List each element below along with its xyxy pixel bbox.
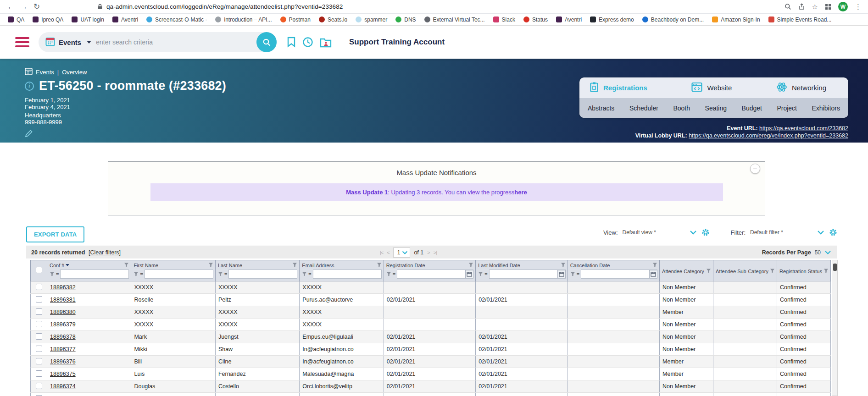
bookmark-item[interactable]: Amazon Sign-In bbox=[708, 16, 764, 24]
row-checkbox[interactable] bbox=[36, 358, 42, 364]
column-label-text[interactable]: Cancellation Date bbox=[570, 263, 610, 268]
chevron-down-icon[interactable] bbox=[824, 250, 831, 255]
reload-icon[interactable]: ↻ bbox=[30, 2, 43, 11]
column-label-text[interactable]: Attendee Category bbox=[662, 269, 704, 274]
column-label-text[interactable]: Email Address bbox=[302, 263, 334, 268]
filter-gear-icon[interactable] bbox=[829, 228, 837, 236]
extensions-icon[interactable] bbox=[825, 4, 831, 10]
column-label-text[interactable]: Attendee Sub-Category bbox=[716, 269, 768, 274]
page-select[interactable]: 1 bbox=[393, 248, 411, 258]
filter-input[interactable] bbox=[60, 270, 129, 279]
funnel-icon[interactable] bbox=[292, 262, 297, 268]
bookmark-star-icon[interactable]: ☆ bbox=[812, 3, 818, 11]
grid-scrollbar[interactable] bbox=[832, 260, 838, 396]
bookmark-item[interactable]: Ipreo QA bbox=[28, 16, 67, 24]
funnel-icon[interactable] bbox=[823, 268, 829, 274]
bookmark-item[interactable]: Express demo bbox=[586, 16, 638, 24]
filter-input[interactable] bbox=[145, 270, 213, 279]
scrollbar-thumb[interactable] bbox=[833, 264, 837, 271]
funnel-icon[interactable] bbox=[208, 262, 213, 268]
bookmark-item[interactable]: Beachbody on Dem... bbox=[638, 16, 708, 24]
funnel-icon[interactable] bbox=[770, 268, 775, 274]
funnel-icon[interactable] bbox=[302, 270, 307, 278]
lobby-url-link[interactable]: https://qa.eventscloud.com/ereg/ve/index… bbox=[689, 132, 848, 139]
confirmation-link[interactable]: 18896380 bbox=[50, 309, 76, 315]
breadcrumb-overview[interactable]: Overview bbox=[62, 69, 87, 76]
confirmation-link[interactable]: 18896377 bbox=[50, 346, 76, 352]
column-label-text[interactable]: Last Name bbox=[218, 263, 242, 268]
tab-website[interactable]: Website bbox=[691, 82, 732, 94]
export-data-button[interactable]: EXPORT DATA bbox=[26, 226, 84, 242]
tab-registrations[interactable]: Registrations bbox=[590, 82, 647, 94]
confirmation-link[interactable]: 18896375 bbox=[50, 371, 76, 377]
funnel-icon[interactable] bbox=[134, 270, 139, 278]
bookmark-item[interactable]: External Virtual Tec... bbox=[420, 16, 489, 24]
breadcrumb-events[interactable]: Events bbox=[36, 69, 54, 76]
share-icon[interactable] bbox=[798, 3, 805, 10]
bookmark-item[interactable]: Screencast-O-Matic - bbox=[142, 16, 211, 24]
row-checkbox[interactable] bbox=[36, 383, 42, 389]
funnel-icon[interactable] bbox=[706, 268, 711, 274]
filter-operator[interactable]: = bbox=[577, 271, 579, 277]
funnel-icon[interactable] bbox=[478, 270, 483, 278]
tab-seating[interactable]: Seating bbox=[705, 104, 727, 112]
row-checkbox[interactable] bbox=[36, 321, 42, 327]
bookmark-icon[interactable] bbox=[287, 37, 296, 48]
column-label-text[interactable]: Conf # bbox=[50, 263, 64, 268]
filter-input[interactable] bbox=[313, 270, 382, 279]
next-page-icon[interactable]: > bbox=[427, 250, 429, 255]
filter-operator[interactable]: = bbox=[56, 271, 59, 277]
search-button[interactable] bbox=[256, 32, 277, 52]
url-text[interactable]: qa-admin.eventscloud.com/loggedin/eReg/m… bbox=[106, 3, 343, 10]
filter-operator[interactable]: = bbox=[308, 271, 311, 277]
view-select[interactable]: Default view * bbox=[623, 229, 697, 236]
confirmation-link[interactable]: 18896376 bbox=[50, 358, 76, 365]
tab-abstracts[interactable]: Abstracts bbox=[588, 104, 614, 112]
row-checkbox[interactable] bbox=[36, 370, 42, 377]
funnel-icon[interactable] bbox=[468, 262, 473, 268]
sort-desc-icon[interactable] bbox=[66, 264, 69, 266]
view-gear-icon[interactable] bbox=[701, 228, 710, 236]
funnel-icon[interactable] bbox=[124, 262, 129, 268]
tab-networking[interactable]: Networking bbox=[776, 82, 826, 94]
bookmark-item[interactable]: spammer bbox=[351, 16, 391, 24]
funnel-icon[interactable] bbox=[377, 262, 382, 268]
tab-scheduler[interactable]: Scheduler bbox=[629, 104, 658, 112]
filter-operator[interactable]: = bbox=[484, 271, 487, 277]
confirmation-link[interactable]: 18896378 bbox=[50, 334, 76, 340]
event-url-link[interactable]: https://qa.eventscloud.com/233682 bbox=[759, 125, 848, 132]
last-page-icon[interactable]: >| bbox=[434, 250, 437, 255]
hamburger-menu-icon[interactable] bbox=[15, 35, 29, 50]
filter-input[interactable] bbox=[489, 270, 566, 279]
module-selector[interactable]: Events bbox=[39, 37, 96, 48]
funnel-icon[interactable] bbox=[386, 270, 391, 278]
info-icon[interactable]: i bbox=[25, 82, 34, 91]
contacts-folder-icon[interactable] bbox=[320, 37, 332, 48]
row-checkbox[interactable] bbox=[36, 333, 42, 340]
recent-clock-icon[interactable] bbox=[302, 37, 313, 48]
edit-pencil-icon[interactable] bbox=[25, 130, 33, 138]
back-icon[interactable]: ← bbox=[5, 2, 17, 11]
tab-exhibitors[interactable]: Exhibitors bbox=[812, 104, 840, 112]
bookmark-item[interactable]: UAT login bbox=[67, 16, 108, 24]
funnel-icon[interactable] bbox=[570, 270, 575, 278]
filter-input[interactable] bbox=[397, 270, 473, 279]
filter-input[interactable] bbox=[228, 270, 297, 279]
confirmation-link[interactable]: 18896374 bbox=[50, 383, 76, 390]
row-checkbox[interactable] bbox=[36, 346, 42, 352]
tab-booth[interactable]: Booth bbox=[673, 104, 690, 112]
filter-operator[interactable]: = bbox=[140, 271, 143, 277]
filter-operator[interactable]: = bbox=[224, 271, 227, 277]
search-input[interactable] bbox=[96, 38, 277, 46]
filter-select[interactable]: Default filter * bbox=[750, 229, 824, 236]
column-label-text[interactable]: Registration Status bbox=[779, 269, 822, 274]
column-label-text[interactable]: Registration Date bbox=[386, 263, 425, 268]
row-checkbox[interactable] bbox=[36, 296, 42, 302]
bookmark-item[interactable]: Slack bbox=[489, 16, 519, 24]
tab-budget[interactable]: Budget bbox=[742, 104, 762, 112]
funnel-icon[interactable] bbox=[50, 270, 55, 278]
confirmation-link[interactable]: 18896379 bbox=[50, 321, 76, 328]
tab-project[interactable]: Project bbox=[777, 104, 797, 112]
funnel-icon[interactable] bbox=[561, 262, 566, 268]
column-label-text[interactable]: Last Modified Date bbox=[478, 263, 520, 268]
